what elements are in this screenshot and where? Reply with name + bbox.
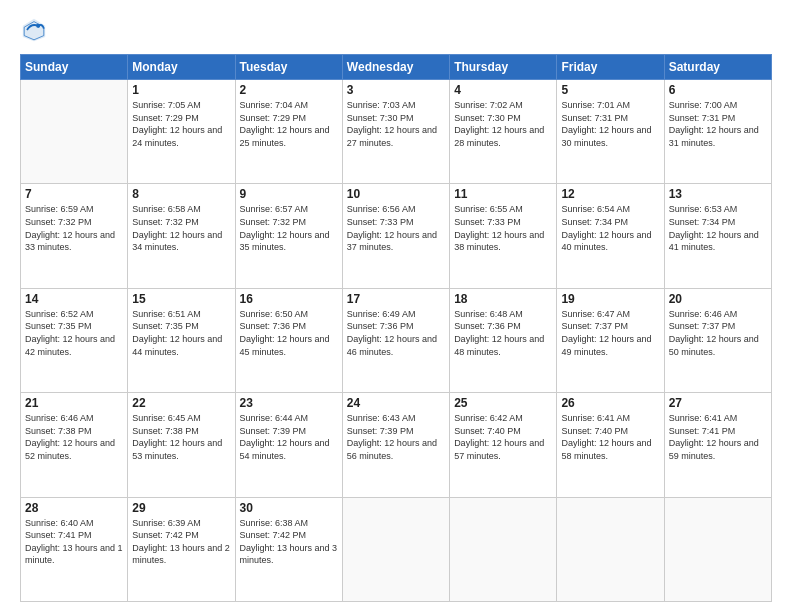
day-info: Sunrise: 6:56 AM Sunset: 7:33 PM Dayligh… — [347, 203, 445, 253]
day-info: Sunrise: 6:46 AM Sunset: 7:37 PM Dayligh… — [669, 308, 767, 358]
calendar-cell: 25Sunrise: 6:42 AM Sunset: 7:40 PM Dayli… — [450, 393, 557, 497]
calendar-cell: 2Sunrise: 7:04 AM Sunset: 7:29 PM Daylig… — [235, 80, 342, 184]
calendar-cell: 17Sunrise: 6:49 AM Sunset: 7:36 PM Dayli… — [342, 288, 449, 392]
col-header-wednesday: Wednesday — [342, 55, 449, 80]
day-info: Sunrise: 7:01 AM Sunset: 7:31 PM Dayligh… — [561, 99, 659, 149]
col-header-saturday: Saturday — [664, 55, 771, 80]
day-info: Sunrise: 6:44 AM Sunset: 7:39 PM Dayligh… — [240, 412, 338, 462]
calendar-table: SundayMondayTuesdayWednesdayThursdayFrid… — [20, 54, 772, 602]
calendar-cell: 4Sunrise: 7:02 AM Sunset: 7:30 PM Daylig… — [450, 80, 557, 184]
col-header-monday: Monday — [128, 55, 235, 80]
calendar-cell — [450, 497, 557, 601]
col-header-friday: Friday — [557, 55, 664, 80]
calendar-cell — [21, 80, 128, 184]
day-info: Sunrise: 6:49 AM Sunset: 7:36 PM Dayligh… — [347, 308, 445, 358]
calendar-cell: 13Sunrise: 6:53 AM Sunset: 7:34 PM Dayli… — [664, 184, 771, 288]
day-number: 9 — [240, 187, 338, 201]
day-number: 25 — [454, 396, 552, 410]
calendar-cell: 5Sunrise: 7:01 AM Sunset: 7:31 PM Daylig… — [557, 80, 664, 184]
calendar-cell: 24Sunrise: 6:43 AM Sunset: 7:39 PM Dayli… — [342, 393, 449, 497]
day-number: 23 — [240, 396, 338, 410]
day-number: 17 — [347, 292, 445, 306]
calendar-cell: 7Sunrise: 6:59 AM Sunset: 7:32 PM Daylig… — [21, 184, 128, 288]
day-info: Sunrise: 6:43 AM Sunset: 7:39 PM Dayligh… — [347, 412, 445, 462]
calendar-cell: 11Sunrise: 6:55 AM Sunset: 7:33 PM Dayli… — [450, 184, 557, 288]
day-number: 26 — [561, 396, 659, 410]
day-number: 11 — [454, 187, 552, 201]
day-info: Sunrise: 6:42 AM Sunset: 7:40 PM Dayligh… — [454, 412, 552, 462]
day-info: Sunrise: 6:58 AM Sunset: 7:32 PM Dayligh… — [132, 203, 230, 253]
generalblue-logo-icon — [20, 16, 48, 44]
calendar-week-row: 21Sunrise: 6:46 AM Sunset: 7:38 PM Dayli… — [21, 393, 772, 497]
day-number: 22 — [132, 396, 230, 410]
day-number: 4 — [454, 83, 552, 97]
calendar-cell: 14Sunrise: 6:52 AM Sunset: 7:35 PM Dayli… — [21, 288, 128, 392]
day-number: 27 — [669, 396, 767, 410]
day-number: 20 — [669, 292, 767, 306]
day-info: Sunrise: 7:05 AM Sunset: 7:29 PM Dayligh… — [132, 99, 230, 149]
calendar-cell: 18Sunrise: 6:48 AM Sunset: 7:36 PM Dayli… — [450, 288, 557, 392]
page: SundayMondayTuesdayWednesdayThursdayFrid… — [0, 0, 792, 612]
calendar-cell: 6Sunrise: 7:00 AM Sunset: 7:31 PM Daylig… — [664, 80, 771, 184]
calendar-week-row: 1Sunrise: 7:05 AM Sunset: 7:29 PM Daylig… — [21, 80, 772, 184]
day-info: Sunrise: 6:48 AM Sunset: 7:36 PM Dayligh… — [454, 308, 552, 358]
calendar-cell: 28Sunrise: 6:40 AM Sunset: 7:41 PM Dayli… — [21, 497, 128, 601]
day-number: 15 — [132, 292, 230, 306]
calendar-cell: 29Sunrise: 6:39 AM Sunset: 7:42 PM Dayli… — [128, 497, 235, 601]
day-number: 13 — [669, 187, 767, 201]
day-number: 14 — [25, 292, 123, 306]
calendar-cell: 21Sunrise: 6:46 AM Sunset: 7:38 PM Dayli… — [21, 393, 128, 497]
day-number: 19 — [561, 292, 659, 306]
day-info: Sunrise: 6:59 AM Sunset: 7:32 PM Dayligh… — [25, 203, 123, 253]
day-info: Sunrise: 6:57 AM Sunset: 7:32 PM Dayligh… — [240, 203, 338, 253]
day-number: 7 — [25, 187, 123, 201]
day-info: Sunrise: 6:41 AM Sunset: 7:40 PM Dayligh… — [561, 412, 659, 462]
calendar-cell — [557, 497, 664, 601]
day-info: Sunrise: 6:46 AM Sunset: 7:38 PM Dayligh… — [25, 412, 123, 462]
calendar-header-row: SundayMondayTuesdayWednesdayThursdayFrid… — [21, 55, 772, 80]
day-info: Sunrise: 6:40 AM Sunset: 7:41 PM Dayligh… — [25, 517, 123, 567]
day-number: 28 — [25, 501, 123, 515]
svg-marker-0 — [23, 19, 45, 41]
calendar-week-row: 7Sunrise: 6:59 AM Sunset: 7:32 PM Daylig… — [21, 184, 772, 288]
day-info: Sunrise: 6:45 AM Sunset: 7:38 PM Dayligh… — [132, 412, 230, 462]
calendar-cell: 15Sunrise: 6:51 AM Sunset: 7:35 PM Dayli… — [128, 288, 235, 392]
col-header-thursday: Thursday — [450, 55, 557, 80]
day-info: Sunrise: 7:00 AM Sunset: 7:31 PM Dayligh… — [669, 99, 767, 149]
day-number: 2 — [240, 83, 338, 97]
day-number: 8 — [132, 187, 230, 201]
day-info: Sunrise: 6:41 AM Sunset: 7:41 PM Dayligh… — [669, 412, 767, 462]
calendar-cell: 8Sunrise: 6:58 AM Sunset: 7:32 PM Daylig… — [128, 184, 235, 288]
day-number: 24 — [347, 396, 445, 410]
day-number: 21 — [25, 396, 123, 410]
day-info: Sunrise: 6:51 AM Sunset: 7:35 PM Dayligh… — [132, 308, 230, 358]
day-info: Sunrise: 6:52 AM Sunset: 7:35 PM Dayligh… — [25, 308, 123, 358]
calendar-cell: 22Sunrise: 6:45 AM Sunset: 7:38 PM Dayli… — [128, 393, 235, 497]
day-number: 16 — [240, 292, 338, 306]
svg-point-2 — [36, 24, 40, 28]
calendar-week-row: 28Sunrise: 6:40 AM Sunset: 7:41 PM Dayli… — [21, 497, 772, 601]
col-header-sunday: Sunday — [21, 55, 128, 80]
calendar-cell: 16Sunrise: 6:50 AM Sunset: 7:36 PM Dayli… — [235, 288, 342, 392]
calendar-cell: 26Sunrise: 6:41 AM Sunset: 7:40 PM Dayli… — [557, 393, 664, 497]
day-info: Sunrise: 6:39 AM Sunset: 7:42 PM Dayligh… — [132, 517, 230, 567]
col-header-tuesday: Tuesday — [235, 55, 342, 80]
calendar-cell: 10Sunrise: 6:56 AM Sunset: 7:33 PM Dayli… — [342, 184, 449, 288]
day-info: Sunrise: 6:47 AM Sunset: 7:37 PM Dayligh… — [561, 308, 659, 358]
calendar-cell: 1Sunrise: 7:05 AM Sunset: 7:29 PM Daylig… — [128, 80, 235, 184]
day-number: 12 — [561, 187, 659, 201]
day-info: Sunrise: 7:04 AM Sunset: 7:29 PM Dayligh… — [240, 99, 338, 149]
calendar-cell: 20Sunrise: 6:46 AM Sunset: 7:37 PM Dayli… — [664, 288, 771, 392]
calendar-cell: 23Sunrise: 6:44 AM Sunset: 7:39 PM Dayli… — [235, 393, 342, 497]
day-info: Sunrise: 6:54 AM Sunset: 7:34 PM Dayligh… — [561, 203, 659, 253]
day-number: 1 — [132, 83, 230, 97]
calendar-cell: 27Sunrise: 6:41 AM Sunset: 7:41 PM Dayli… — [664, 393, 771, 497]
day-info: Sunrise: 6:50 AM Sunset: 7:36 PM Dayligh… — [240, 308, 338, 358]
calendar-cell: 30Sunrise: 6:38 AM Sunset: 7:42 PM Dayli… — [235, 497, 342, 601]
calendar-cell: 19Sunrise: 6:47 AM Sunset: 7:37 PM Dayli… — [557, 288, 664, 392]
day-number: 3 — [347, 83, 445, 97]
day-info: Sunrise: 6:53 AM Sunset: 7:34 PM Dayligh… — [669, 203, 767, 253]
logo — [20, 16, 52, 44]
day-info: Sunrise: 6:55 AM Sunset: 7:33 PM Dayligh… — [454, 203, 552, 253]
day-number: 29 — [132, 501, 230, 515]
